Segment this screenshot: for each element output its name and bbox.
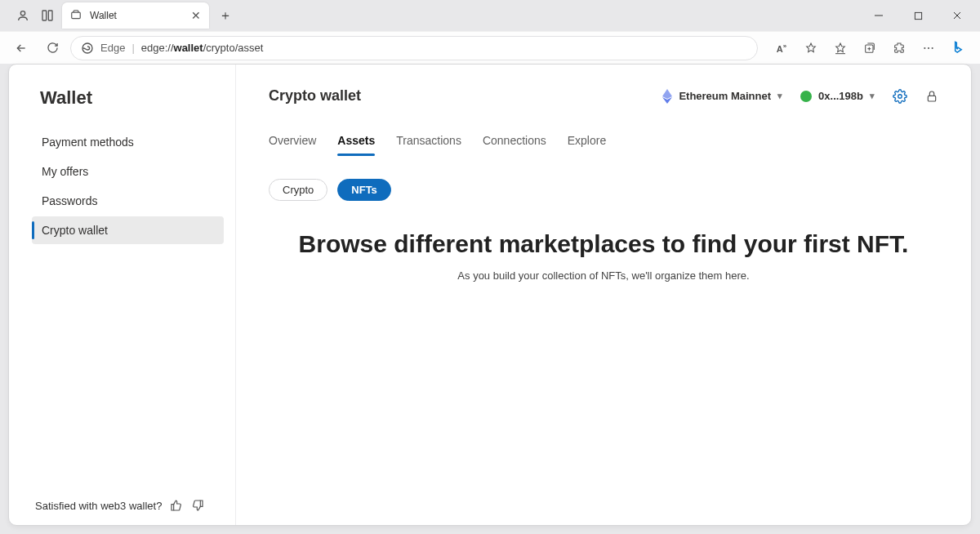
more-icon[interactable] bbox=[915, 35, 942, 61]
tab-close-icon[interactable]: ✕ bbox=[191, 9, 201, 22]
favorites-bar-icon[interactable] bbox=[826, 35, 854, 61]
tab-connections[interactable]: Connections bbox=[483, 134, 546, 155]
extensions-icon[interactable] bbox=[885, 35, 913, 61]
sidebar-item-my-offers[interactable]: My offers bbox=[32, 158, 224, 185]
favorite-icon[interactable] bbox=[797, 35, 825, 61]
ethereum-icon bbox=[662, 89, 672, 104]
address-bar-actions: A» bbox=[768, 35, 972, 61]
window-minimize-button[interactable] bbox=[861, 3, 897, 28]
empty-subtext: As you build your collection of NFTs, we… bbox=[269, 269, 938, 282]
thumbs-up-icon[interactable] bbox=[170, 499, 183, 512]
empty-heading: Browse different marketplaces to find yo… bbox=[269, 230, 938, 258]
tab-overview[interactable]: Overview bbox=[269, 134, 316, 155]
feedback-prompt: Satisfied with web3 wallet? bbox=[35, 500, 162, 512]
svg-rect-1 bbox=[42, 11, 47, 20]
main-content: Crypto wallet Ethereum Mainnet ▾ 0x...19… bbox=[236, 65, 971, 525]
window-close-button[interactable] bbox=[939, 3, 975, 28]
sidebar-feedback: Satisfied with web3 wallet? bbox=[32, 499, 224, 512]
svg-rect-5 bbox=[915, 12, 921, 19]
wallet-app-card: Wallet Payment methods My offers Passwor… bbox=[8, 64, 972, 526]
read-aloud-icon[interactable]: A» bbox=[768, 35, 795, 61]
account-status-dot bbox=[800, 91, 812, 102]
svg-point-13 bbox=[924, 47, 925, 48]
network-label: Ethereum Mainnet bbox=[679, 90, 771, 102]
header-right: Ethereum Mainnet ▾ 0x...198b ▾ bbox=[662, 89, 938, 104]
profile-icon[interactable] bbox=[16, 9, 29, 22]
sidebar-item-crypto-wallet[interactable]: Crypto wallet bbox=[32, 216, 224, 244]
thumbs-down-icon[interactable] bbox=[191, 499, 204, 512]
tab-assets[interactable]: Assets bbox=[337, 134, 375, 155]
tab-transactions[interactable]: Transactions bbox=[396, 134, 461, 155]
svg-rect-2 bbox=[48, 11, 52, 20]
address-bar: Edge | edge://wallet/crypto/asset A» bbox=[0, 31, 980, 64]
workspaces-icon[interactable] bbox=[41, 9, 54, 22]
edge-logo-icon bbox=[81, 42, 94, 55]
omnibox[interactable]: Edge | edge://wallet/crypto/asset bbox=[70, 36, 758, 60]
account-label: 0x...198b bbox=[818, 90, 863, 102]
lock-icon[interactable] bbox=[925, 89, 938, 104]
pill-nfts[interactable]: NFTs bbox=[337, 179, 391, 201]
svg-point-14 bbox=[928, 47, 929, 48]
network-selector[interactable]: Ethereum Mainnet ▾ bbox=[662, 89, 782, 104]
browser-tab[interactable]: Wallet ✕ bbox=[62, 2, 209, 29]
tab-title: Wallet bbox=[90, 10, 185, 21]
new-tab-button[interactable]: ＋ bbox=[214, 4, 237, 27]
omnibox-site-label: Edge bbox=[100, 42, 125, 54]
svg-rect-17 bbox=[928, 96, 935, 101]
nav-refresh-button[interactable] bbox=[39, 35, 65, 61]
pill-crypto[interactable]: Crypto bbox=[269, 179, 327, 201]
main-header: Crypto wallet Ethereum Mainnet ▾ 0x...19… bbox=[269, 87, 938, 105]
window-controls bbox=[861, 3, 975, 28]
window-titlebar: Wallet ✕ ＋ bbox=[0, 0, 980, 31]
omnibox-url: edge://wallet/crypto/asset bbox=[141, 42, 264, 54]
chevron-down-icon: ▾ bbox=[777, 91, 782, 101]
svg-point-0 bbox=[20, 11, 24, 16]
tab-explore[interactable]: Explore bbox=[568, 134, 606, 155]
sidebar-item-payment-methods[interactable]: Payment methods bbox=[32, 128, 224, 156]
asset-type-pills: Crypto NFTs bbox=[269, 179, 938, 201]
wallet-tab-icon bbox=[70, 9, 83, 22]
nav-back-button[interactable] bbox=[8, 35, 34, 61]
sidebar-item-passwords[interactable]: Passwords bbox=[32, 187, 224, 215]
omnibox-separator: | bbox=[131, 42, 134, 54]
content-tabs: Overview Assets Transactions Connections… bbox=[269, 134, 938, 156]
svg-point-16 bbox=[898, 94, 902, 98]
sidebar-title: Wallet bbox=[32, 87, 224, 109]
empty-state: Browse different marketplaces to find yo… bbox=[269, 230, 938, 282]
titlebar-left bbox=[5, 9, 54, 22]
collections-icon[interactable] bbox=[856, 35, 884, 61]
page-title: Crypto wallet bbox=[269, 87, 361, 105]
svg-point-15 bbox=[932, 47, 933, 48]
settings-icon[interactable] bbox=[893, 89, 907, 104]
svg-rect-3 bbox=[72, 12, 81, 19]
chevron-down-icon: ▾ bbox=[870, 91, 875, 101]
account-selector[interactable]: 0x...198b ▾ bbox=[800, 90, 875, 102]
bing-icon[interactable] bbox=[944, 35, 972, 61]
sidebar: Wallet Payment methods My offers Passwor… bbox=[9, 65, 236, 525]
window-maximize-button[interactable] bbox=[900, 3, 936, 28]
